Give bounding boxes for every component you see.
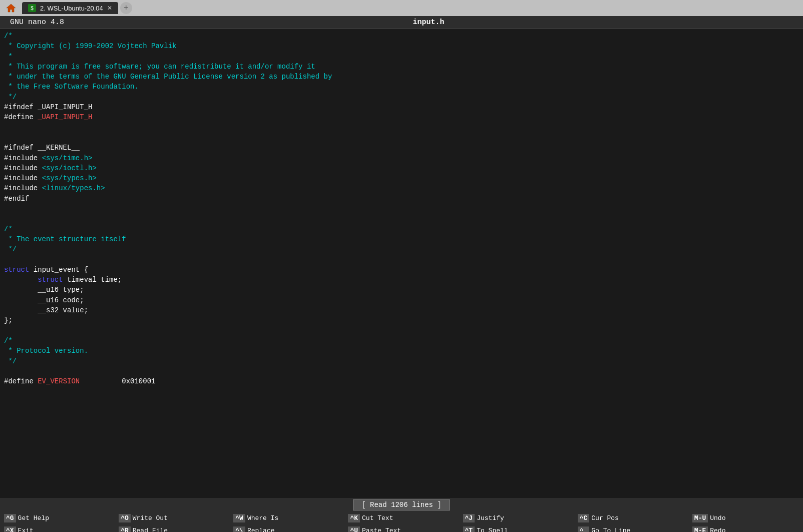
code-line: */ [4, 356, 799, 366]
shortcut-replace[interactable]: ^\ Replace [229, 524, 344, 532]
code-line: #include <sys/ioctl.h> [4, 163, 799, 173]
shortcut-read-file[interactable]: ^R Read File [115, 524, 229, 532]
code-line: /* [4, 336, 799, 346]
code-line: * under the terms of the GNU General Pub… [4, 72, 799, 82]
code-line [4, 255, 799, 265]
code-line: #include <sys/time.h> [4, 153, 799, 163]
shortcut-label-write-out: Write Out [133, 514, 168, 522]
shortcut-key-exit: ^X [4, 526, 16, 532]
shortcut-label-justify: Justify [477, 514, 504, 522]
shortcut-label-undo: Undo [710, 514, 725, 522]
shortcut-label-exit: Exit [18, 527, 34, 532]
code-line: * The event structure itself [4, 234, 799, 244]
code-line: */ [4, 92, 799, 102]
shortcut-label-to-spell: To Spell [477, 527, 508, 532]
shortcut-key-cur-pos: ^C [578, 514, 590, 522]
tab-close-button[interactable]: ✕ [107, 5, 112, 12]
shortcut-where-is[interactable]: ^W Where Is [229, 512, 344, 524]
shortcut-key-where-is: ^W [233, 514, 245, 522]
tab-bar: $ 2. WSL-Ubuntu-20.04 ✕ + [22, 2, 799, 14]
code-line: __u16 code; [4, 295, 799, 305]
code-line: struct timeval time; [4, 275, 799, 285]
shortcut-key-read-file: ^R [119, 526, 131, 532]
code-line: /* [4, 224, 799, 234]
shortcut-row-2: ^X Exit ^R Read File ^\ Replace ^U Paste… [0, 524, 803, 532]
status-bar: [ Read 1206 lines ] [0, 498, 803, 512]
code-line: * Protocol version. [4, 346, 799, 356]
code-line: #define _UAPI_INPUT_H [4, 112, 799, 122]
shortcut-key-get-help: ^G [4, 514, 16, 522]
code-line: /* [4, 31, 799, 41]
shortcut-key-write-out: ^O [119, 514, 131, 522]
terminal-icon: $ [28, 4, 36, 12]
shortcut-undo[interactable]: M-U Undo [688, 512, 803, 524]
code-line: * [4, 52, 799, 62]
shortcut-justify[interactable]: ^J Justify [459, 512, 574, 524]
code-line: __s32 value; [4, 305, 799, 315]
code-line: #ifndef _UAPI_INPUT_H [4, 102, 799, 112]
code-line: #include <sys/types.h> [4, 173, 799, 183]
svg-marker-0 [7, 4, 16, 12]
code-line: * the Free Software Foundation. [4, 82, 799, 92]
code-line: #define EV_VERSION 0x010001 [4, 376, 799, 386]
shortcut-key-go-to-line: ^_ [578, 526, 590, 532]
shortcut-label-paste-text: Paste Text [362, 527, 401, 532]
shortcut-key-justify: ^J [463, 514, 475, 522]
shortcut-cut-text[interactable]: ^K Cut Text [344, 512, 459, 524]
code-line: #ifndef __KERNEL__ [4, 143, 799, 153]
code-line: * Copyright (c) 1999-2002 Vojtech Pavlik [4, 41, 799, 51]
shortcut-cur-pos[interactable]: ^C Cur Pos [574, 512, 688, 524]
shortcut-exit[interactable]: ^X Exit [0, 524, 115, 532]
code-line: */ [4, 244, 799, 254]
shortcut-key-paste-text: ^U [348, 526, 360, 532]
code-line: * This program is free software; you can… [4, 62, 799, 72]
code-line: #endif [4, 194, 799, 204]
code-line [4, 133, 799, 143]
home-icon[interactable] [4, 1, 18, 15]
editor-area[interactable]: /* * Copyright (c) 1999-2002 Vojtech Pav… [0, 29, 803, 498]
code-line: #include <linux/types.h> [4, 183, 799, 193]
shortcut-key-replace: ^\ [233, 526, 245, 532]
shortcut-key-cut-text: ^K [348, 514, 360, 522]
shortcut-get-help[interactable]: ^G Get Help [0, 512, 115, 524]
shortcut-label-replace: Replace [247, 527, 275, 532]
shortcut-redo[interactable]: M-E Redo [688, 524, 803, 532]
shortcut-key-undo: M-U [692, 514, 708, 522]
shortcut-label-cur-pos: Cur Pos [591, 514, 619, 522]
code-line [4, 214, 799, 224]
code-line: }; [4, 315, 799, 325]
shortcut-label-where-is: Where Is [247, 514, 278, 522]
title-bar: $ 2. WSL-Ubuntu-20.04 ✕ + [0, 0, 803, 16]
new-tab-button[interactable]: + [120, 2, 132, 14]
shortcut-label-redo: Redo [710, 527, 725, 532]
code-line [4, 366, 799, 376]
shortcut-key-redo: M-E [692, 526, 708, 532]
shortcut-row-1: ^G Get Help ^O Write Out ^W Where Is ^K … [0, 512, 803, 524]
code-line: __u16 type; [4, 285, 799, 295]
file-name: input.h [413, 18, 445, 27]
code-line [4, 204, 799, 214]
shortcut-label-go-to-line: Go To Line [591, 527, 630, 532]
shortcut-label-read-file: Read File [133, 527, 168, 532]
shortcuts-bar: ^G Get Help ^O Write Out ^W Where Is ^K … [0, 512, 803, 532]
shortcut-paste-text[interactable]: ^U Paste Text [344, 524, 459, 532]
tab-label: 2. WSL-Ubuntu-20.04 [40, 5, 103, 12]
shortcut-go-to-line[interactable]: ^_ Go To Line [574, 524, 688, 532]
shortcut-to-spell[interactable]: ^T To Spell [459, 524, 574, 532]
shortcut-key-to-spell: ^T [463, 526, 475, 532]
nano-header: GNU nano 4.8 input.h [0, 16, 803, 29]
code-line [4, 123, 799, 133]
code-line: struct input_event { [4, 265, 799, 275]
code-line [4, 326, 799, 336]
active-tab[interactable]: $ 2. WSL-Ubuntu-20.04 ✕ [22, 2, 118, 14]
nano-version: GNU nano 4.8 [10, 18, 64, 27]
shortcut-label-get-help: Get Help [18, 514, 49, 522]
shortcut-label-cut-text: Cut Text [362, 514, 393, 522]
status-message: [ Read 1206 lines ] [353, 499, 450, 510]
shortcut-write-out[interactable]: ^O Write Out [115, 512, 229, 524]
